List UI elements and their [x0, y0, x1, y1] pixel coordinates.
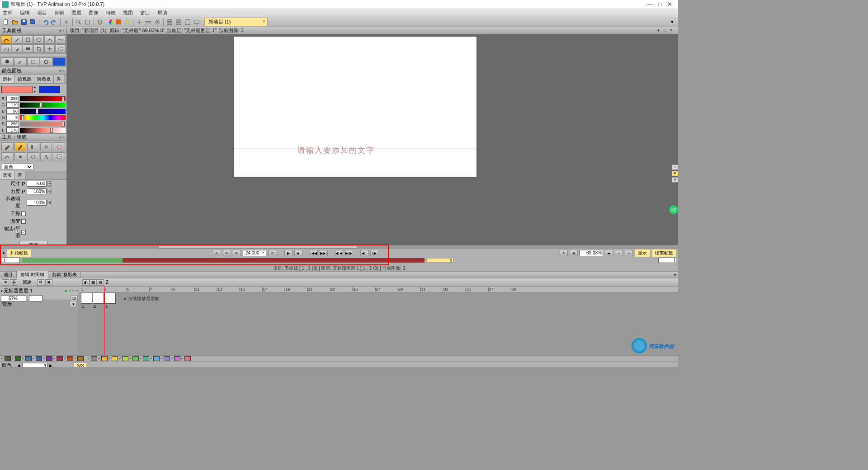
grid-icon[interactable] [165, 18, 174, 26]
tab-palette[interactable]: 调色板 [34, 75, 54, 83]
b-value[interactable]: 96 [6, 108, 19, 114]
tl-dup-icon[interactable]: ⧉ [37, 279, 44, 286]
color-swatch[interactable] [77, 356, 84, 361]
eraser-icon[interactable] [53, 142, 65, 151]
tl-set1-icon[interactable]: ◐ [82, 279, 90, 286]
display-label[interactable]: 显示 [635, 249, 650, 257]
layer-opacity-input[interactable]: 57% [1, 296, 26, 301]
playhead[interactable] [104, 287, 104, 355]
panel-menu-icon[interactable]: ▾ [59, 69, 61, 73]
color-a-swatch[interactable] [1, 86, 33, 93]
tab-picker[interactable]: 拾色器 [15, 75, 34, 83]
frame-cell[interactable] [104, 293, 116, 304]
fillrect-tool-icon[interactable] [23, 44, 33, 53]
toolbar-menu-icon[interactable]: ▾ [668, 18, 676, 26]
l-value[interactable]: 176 [6, 127, 19, 133]
opacity-input[interactable]: 100% [27, 200, 47, 206]
behind-opts-icon[interactable]: ▾ [70, 301, 77, 307]
r-value[interactable]: 255 [6, 96, 19, 101]
color-index-input[interactable]: 3 [22, 363, 47, 367]
color-box-icon[interactable] [53, 57, 66, 66]
redo-icon[interactable] [50, 18, 58, 26]
menu-edit[interactable]: 编辑 [19, 9, 31, 16]
timer-icon[interactable]: ⏱ [268, 250, 276, 256]
color-swatch[interactable] [25, 356, 32, 361]
playbar-scrubber[interactable] [0, 245, 678, 249]
panel-close-icon[interactable]: × [62, 28, 65, 33]
s-slider[interactable] [20, 122, 66, 127]
pencil-icon[interactable] [1, 142, 14, 151]
plus-icon[interactable]: + [625, 250, 633, 256]
mode-v-button[interactable]: V [672, 177, 678, 183]
force-stepper[interactable]: ▴▾ [47, 189, 52, 194]
tab-library[interactable]: 库 [54, 75, 64, 83]
menu-file[interactable]: 文件 [2, 9, 14, 16]
l-slider[interactable] [20, 128, 66, 133]
tab-lib[interactable]: 库 [15, 171, 25, 179]
new-button[interactable]: 新建 [18, 279, 36, 286]
canvas-min-icon[interactable]: ▾ [657, 28, 663, 33]
color-swatch[interactable] [153, 356, 160, 361]
canvas-viewport[interactable]: 请输入要添加的文字 I F V [67, 34, 678, 245]
color-swatch[interactable] [184, 356, 191, 361]
color-swatch[interactable] [46, 356, 52, 361]
tl-set3-icon[interactable]: ⊞ [97, 279, 104, 286]
start-frame-input[interactable]: 1 [2, 258, 20, 263]
spline-tool-icon[interactable] [55, 35, 66, 44]
color-swatch[interactable] [91, 356, 97, 361]
line-tool-icon[interactable] [12, 35, 22, 44]
target-icon[interactable]: ◎ [570, 250, 578, 256]
save-all-icon[interactable] [29, 18, 37, 26]
canvas-close-icon[interactable]: × [670, 28, 675, 33]
minus-icon[interactable]: − [615, 250, 623, 256]
monitor-icon[interactable] [193, 18, 201, 26]
ruler-icon[interactable] [144, 18, 152, 26]
force-input[interactable]: 100% [27, 188, 47, 194]
timeline-tracks[interactable]: 13|5|7|9|11|13|15|17|19|21|23|25|27|29|3… [79, 287, 678, 355]
end-marker[interactable]: 3 [426, 258, 453, 263]
menu-view[interactable]: 视图 [122, 9, 134, 16]
brush2-icon[interactable] [1, 152, 14, 161]
zoom-icon[interactable] [75, 18, 83, 26]
swap-down-icon[interactable]: ▾ [34, 89, 38, 94]
ellipse-tool-icon[interactable] [33, 35, 44, 44]
color-b-swatch[interactable] [39, 86, 60, 93]
color-swatch[interactable] [36, 356, 42, 361]
menu-fx[interactable]: 特效 [105, 9, 117, 16]
g-value[interactable]: 119 [6, 102, 19, 108]
prev-key-button[interactable]: ◀|◀ [335, 250, 343, 256]
fx-icon[interactable]: fx [62, 18, 71, 26]
light-icon[interactable] [123, 18, 131, 26]
brush-set-icon[interactable] [14, 57, 27, 66]
selection-icon[interactable] [27, 57, 40, 66]
panel-close-icon[interactable]: × [62, 135, 65, 140]
tab-project[interactable]: 项目 [0, 271, 17, 278]
next-color-icon[interactable]: ▶ [49, 363, 52, 367]
fit-icon[interactable] [84, 18, 92, 26]
layer-name[interactable]: 无标题图层 1 [4, 287, 33, 294]
mode-f-button[interactable]: F [672, 171, 678, 176]
close-tab-icon[interactable]: × [263, 19, 265, 24]
canvas-max-icon[interactable]: □ [664, 28, 669, 33]
fill-tool-icon[interactable] [12, 44, 22, 53]
end-frame-input[interactable]: 1 [658, 258, 676, 263]
tl-del-icon[interactable]: ✖ [45, 279, 52, 286]
tl-add-icon[interactable]: ➕ [10, 279, 17, 286]
layer-row[interactable]: ▸ 无标题图层 1 57% ⊡ [0, 287, 79, 300]
prev-color-icon[interactable]: ◀ [17, 363, 20, 367]
blur-icon[interactable] [27, 152, 39, 161]
h-value[interactable]: 9 [6, 115, 19, 120]
color-swatch[interactable] [143, 356, 149, 361]
freehand-tool-icon[interactable] [1, 44, 11, 53]
grad-checkbox[interactable] [21, 219, 26, 224]
smudge-icon[interactable] [14, 152, 27, 161]
project-tab[interactable]: 新项目 (1) × [204, 18, 268, 26]
onion-icon[interactable] [153, 18, 161, 26]
playback-range-track[interactable] [22, 258, 425, 263]
rect-tool-icon[interactable] [23, 35, 33, 44]
frame-cell[interactable] [93, 293, 104, 304]
tl-set2-icon[interactable]: ▦ [90, 279, 97, 286]
aa-checkbox[interactable]: ✓ [21, 230, 26, 235]
refresh2-icon[interactable]: ↻ [560, 250, 568, 256]
refresh-icon[interactable]: ↻ [223, 250, 231, 256]
